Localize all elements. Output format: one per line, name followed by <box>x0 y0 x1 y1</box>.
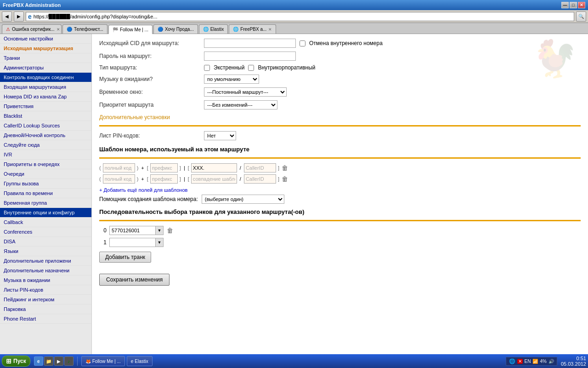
full-code-input-1[interactable] <box>103 163 135 172</box>
sidebar-item-ivr[interactable]: IVR <box>0 150 91 160</box>
internal-checkbox[interactable] <box>248 65 254 71</box>
sidebar-item-admins[interactable]: Администраторы <box>0 63 91 73</box>
tab-hochu[interactable]: 🔵 Хочу Прода... <box>153 24 198 34</box>
browser-icon: e <box>28 13 32 20</box>
match-input-2[interactable] <box>191 174 237 184</box>
back-button[interactable]: ◀ <box>2 12 12 22</box>
save-button[interactable]: Сохранить изменения <box>99 274 170 286</box>
divider-1 <box>99 125 581 126</box>
add-trunk-button[interactable]: Добавить транк <box>99 252 151 263</box>
trunk-index-0: 0 <box>99 227 107 234</box>
bracket-open-5: [ <box>147 176 148 182</box>
delete-pattern-2[interactable]: 🗑 <box>281 175 288 183</box>
start-button[interactable]: ⊞ Пуск <box>2 356 30 367</box>
sidebar-item-inbound-routing[interactable]: Входящая маршрутизация <box>0 82 91 92</box>
plus-2: + <box>141 176 144 182</box>
sidebar-item-disa[interactable]: DISA <box>0 237 91 247</box>
sidebar-item-time-rules[interactable]: Правила по времени <box>0 189 91 198</box>
sidebar-item-extra-apps[interactable]: Дополнительные приложени <box>0 256 91 266</box>
sidebar-item-callerid-lookup[interactable]: CallerID Lookup Sources <box>0 121 91 131</box>
cid-input[interactable] <box>204 39 296 48</box>
sidebar-item-basic-settings[interactable]: Основные настройки <box>0 34 91 44</box>
prefix-input-2[interactable] <box>150 174 178 184</box>
emergency-checkbox[interactable] <box>204 65 210 71</box>
sidebar-item-outbound-routing[interactable]: Исходящая маршрутизация <box>0 44 91 53</box>
taskbar-ie-btn[interactable]: e Elastix <box>127 356 153 366</box>
sidebar-item-follow-me[interactable]: Следуйте сюда <box>0 140 91 150</box>
pin-list-label: Лист PIN-кодов: <box>99 132 200 139</box>
additional-settings-title: Дополнительные установки <box>99 114 170 121</box>
match-input-1[interactable] <box>191 163 237 172</box>
callerid-input-2[interactable] <box>244 174 276 184</box>
sidebar-item-did-zap[interactable]: Номера DID из канала Zap <box>0 92 91 102</box>
clock-date: 05.03.2012 <box>561 361 586 367</box>
tab-freepbx[interactable]: 🌐 FreePBX а... ✕ <box>229 24 276 34</box>
helper-select[interactable]: (выберите один) <box>202 195 284 204</box>
sidebar-item-extra-assign[interactable]: Дополнительные назначени <box>0 266 91 276</box>
add-pattern-link[interactable]: + Добавить ещё полей для шаблонов <box>99 187 187 193</box>
sidebar-item-queues[interactable]: Очереди <box>0 169 91 179</box>
sidebar-item-callback[interactable]: Callback <box>0 218 91 227</box>
address-bar[interactable]: e https://██████/admin/config.php?displa… <box>26 12 574 21</box>
sidebar-item-time-group[interactable]: Временная группа <box>0 198 91 208</box>
time-window-select[interactable]: ---Постоянный маршрут--- <box>204 87 287 97</box>
ie-quicklaunch[interactable]: e <box>34 356 43 366</box>
sidebar-item-parking[interactable]: Парковка <box>0 305 91 314</box>
trunk-0-dropdown[interactable]: ▼ <box>155 226 164 235</box>
minimize-button[interactable]: — <box>561 2 569 8</box>
trunk-1-dropdown[interactable]: ▼ <box>155 238 164 247</box>
tab-telefonist[interactable]: 🔵 Телефонист... <box>62 24 107 34</box>
prefix-input-1[interactable] <box>150 163 178 172</box>
tab-cert-error[interactable]: ⚠ Ошибка сертифик... ✕ <box>2 24 62 34</box>
time-window-label: Временное окно: <box>99 89 200 95</box>
sidebar-item-music-hold[interactable]: Музыка в ожидании <box>0 276 91 285</box>
music-select[interactable]: по умолчанию <box>204 75 259 84</box>
password-input[interactable] <box>204 52 296 61</box>
explorer-quicklaunch[interactable]: 📁 <box>44 356 53 366</box>
priority-select[interactable]: ---Без изменений--- <box>204 100 277 109</box>
emergency-label: Экстренный <box>214 64 244 71</box>
forward-button[interactable]: ▶ <box>14 12 24 22</box>
sidebar-item-inbound-control[interactable]: Контроль входящих соединен <box>0 73 91 82</box>
tab-cert-close[interactable]: ✕ <box>57 27 60 32</box>
cancel-internal-checkbox[interactable] <box>300 40 305 46</box>
go-button[interactable]: 🔍 <box>576 12 586 22</box>
bracket-open-6: [ <box>188 176 189 182</box>
pin-list-select[interactable]: Нет <box>204 131 236 140</box>
tab-freepbx-close[interactable]: ✕ <box>268 27 272 32</box>
sidebar-item-languages[interactable]: Языки <box>0 247 91 256</box>
sidebar-item-internal-options[interactable]: Внутренние опции и конфигур <box>0 208 91 218</box>
bracket-open-1: ( <box>99 165 101 171</box>
route-type-row: Тип маршрута: Экстренный Внутрикорпорати… <box>99 64 581 71</box>
sidebar-item-phone-restart[interactable]: Phone Restart <box>0 314 91 324</box>
sidebar-item-call-groups[interactable]: Группы вызова <box>0 179 91 189</box>
sidebar-item-queue-priorities[interactable]: Приоритеты в очередях <box>0 160 91 169</box>
divider-3 <box>99 220 581 221</box>
sidebar-item-greetings[interactable]: Приветствия <box>0 102 91 111</box>
sidebar-item-blacklist[interactable]: Blacklist <box>0 111 91 121</box>
trunk-1-input[interactable] <box>109 238 155 247</box>
callerid-input-1[interactable] <box>244 163 276 172</box>
pattern-row-2: ( ) + [ ] | [ / ] 🗑 <box>99 174 581 184</box>
taskbar-firefox-btn[interactable]: 🦊 Follow Me | ... <box>81 356 125 366</box>
delete-pattern-1[interactable]: 🗑 <box>281 164 288 172</box>
password-row: Пароль на маршрут: <box>99 52 581 61</box>
tab-elastix[interactable]: 🌐 Elastix <box>199 24 228 34</box>
media-quicklaunch[interactable]: ▶ <box>54 356 63 366</box>
trunk-0-input[interactable] <box>109 226 155 235</box>
clock-time: 0:51 <box>561 356 586 361</box>
sidebar-item-pin-lists[interactable]: Листы PIN-кодов <box>0 285 91 295</box>
close-button[interactable]: ✕ <box>578 2 585 8</box>
sidebar-item-day-night[interactable]: Дневной/Ночной контроль <box>0 131 91 140</box>
folder-icon: 📁 <box>46 359 51 364</box>
sidebar-item-paging[interactable]: Пейджинг и интерком <box>0 295 91 305</box>
full-code-input-2[interactable] <box>103 174 135 184</box>
tab-follow-me[interactable]: 🏁 Follow Me | ... <box>108 25 153 34</box>
sidebar-item-trunks[interactable]: Транки <box>0 53 91 63</box>
winamp-quicklaunch[interactable]: ♪ <box>64 356 74 366</box>
internal-label: Внутрикорпоративный <box>258 64 315 71</box>
maximize-button[interactable]: □ <box>570 2 577 8</box>
tab-follow-icon: 🏁 <box>113 27 118 32</box>
sidebar-item-conferences[interactable]: Conferences <box>0 227 91 237</box>
trunk-0-delete[interactable]: 🗑 <box>166 227 174 234</box>
